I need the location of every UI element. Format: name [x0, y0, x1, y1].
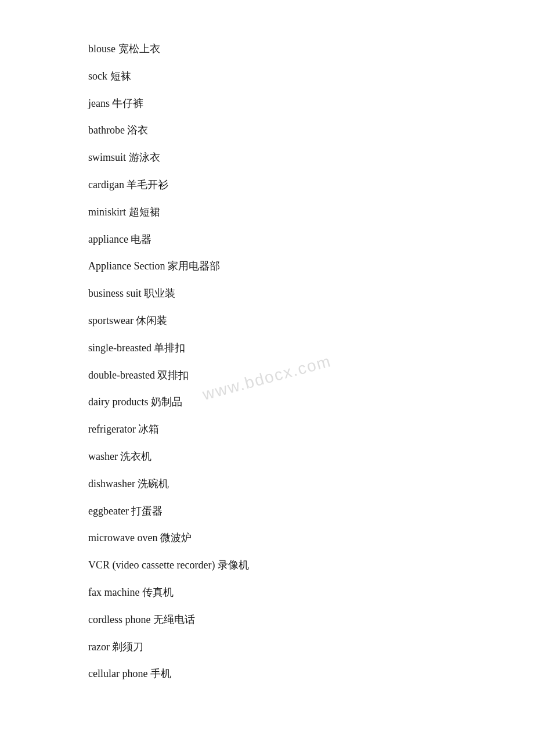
english-term: cellular phone [88, 668, 150, 679]
list-item: sportswear 休闲装 [88, 312, 534, 329]
english-term: business suit [88, 287, 144, 299]
chinese-term: 奶制品 [151, 396, 182, 408]
list-item: double-breasted 双排扣 [88, 367, 534, 384]
chinese-term: 超短裙 [129, 206, 160, 218]
chinese-term: 宽松上衣 [118, 43, 160, 55]
list-item: cordless phone 无绳电话 [88, 611, 534, 628]
english-term: cordless phone [88, 614, 153, 625]
list-item: cellular phone 手机 [88, 665, 534, 682]
chinese-term: 浴衣 [127, 124, 148, 136]
chinese-term: 无绳电话 [153, 614, 195, 625]
list-item: eggbeater 打蛋器 [88, 503, 534, 520]
chinese-term: 洗衣机 [120, 451, 151, 462]
english-term: microwave oven [88, 532, 160, 543]
english-term: razor [88, 641, 112, 653]
english-term: jeans [88, 98, 112, 109]
list-item: refrigerator 冰箱 [88, 421, 534, 438]
chinese-term: 双排扣 [157, 369, 189, 381]
list-item: Appliance Section 家用电器部 [88, 258, 534, 275]
chinese-term: 洗碗机 [138, 478, 169, 489]
english-term: sock [88, 70, 110, 82]
main-content: blouse 宽松上衣sock 短袜jeans 牛仔裤bathrobe 浴衣sw… [0, 0, 534, 733]
list-item: bathrobe 浴衣 [88, 122, 534, 139]
list-item: VCR (video cassette recorder) 录像机 [88, 557, 534, 574]
english-term: Appliance Section [88, 260, 168, 272]
list-item: appliance 电器 [88, 231, 534, 248]
chinese-term: 录像机 [218, 559, 249, 571]
list-item: single-breasted 单排扣 [88, 340, 534, 357]
list-item: dishwasher 洗碗机 [88, 476, 534, 492]
english-term: fax machine [88, 586, 142, 598]
chinese-term: 剃须刀 [112, 641, 143, 653]
chinese-term: 短袜 [110, 70, 131, 82]
list-item: dairy products 奶制品 [88, 394, 534, 411]
list-item: miniskirt 超短裙 [88, 204, 534, 221]
list-item: business suit 职业装 [88, 285, 534, 302]
english-term: VCR (video cassette recorder) [88, 559, 218, 571]
chinese-term: 微波炉 [160, 532, 192, 543]
chinese-term: 电器 [131, 233, 151, 245]
english-term: swimsuit [88, 152, 129, 163]
english-term: dairy products [88, 396, 151, 408]
english-term: sportswear [88, 315, 136, 326]
chinese-term: 休闲装 [136, 315, 167, 326]
list-item: cardigan 羊毛开衫 [88, 177, 534, 193]
list-item: microwave oven 微波炉 [88, 530, 534, 546]
english-term: double-breasted [88, 369, 157, 381]
chinese-term: 传真机 [142, 586, 174, 598]
list-item: swimsuit 游泳衣 [88, 149, 534, 166]
chinese-term: 冰箱 [138, 423, 159, 435]
english-term: refrigerator [88, 423, 138, 435]
list-item: washer 洗衣机 [88, 448, 534, 465]
chinese-term: 职业装 [144, 287, 175, 299]
chinese-term: 羊毛开衫 [127, 179, 168, 190]
english-term: bathrobe [88, 124, 127, 136]
chinese-term: 牛仔裤 [112, 98, 143, 109]
english-term: washer [88, 451, 120, 462]
english-term: eggbeater [88, 505, 131, 517]
chinese-term: 单排扣 [154, 342, 185, 354]
list-item: razor 剃须刀 [88, 639, 534, 656]
list-item: blouse 宽松上衣 [88, 41, 534, 57]
english-term: appliance [88, 233, 131, 245]
list-item: sock 短袜 [88, 68, 534, 85]
list-item: jeans 牛仔裤 [88, 95, 534, 112]
chinese-term: 打蛋器 [131, 505, 163, 517]
chinese-term: 家用电器部 [168, 260, 220, 272]
english-term: single-breasted [88, 342, 154, 354]
chinese-term: 手机 [150, 668, 171, 679]
english-term: miniskirt [88, 206, 129, 218]
english-term: cardigan [88, 179, 127, 190]
chinese-term: 游泳衣 [129, 152, 160, 163]
english-term: dishwasher [88, 478, 138, 489]
english-term: blouse [88, 43, 118, 55]
list-item: fax machine 传真机 [88, 584, 534, 601]
